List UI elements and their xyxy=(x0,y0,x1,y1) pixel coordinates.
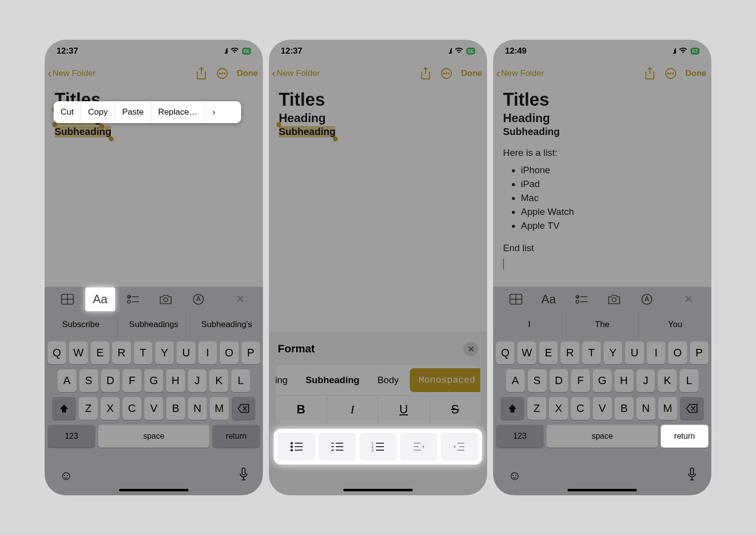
dashed-list-icon[interactable] xyxy=(318,433,356,461)
back-button[interactable]: ‹ New Folder xyxy=(271,67,320,80)
done-button[interactable]: Done xyxy=(237,68,258,78)
key-h[interactable]: H xyxy=(166,369,185,392)
suggestion-2[interactable]: Subheadings xyxy=(118,312,190,337)
suggestion-1[interactable]: I xyxy=(493,312,566,337)
key-n[interactable]: N xyxy=(636,397,655,420)
key-i[interactable]: I xyxy=(647,341,665,364)
style-heading-partial[interactable]: ding xyxy=(276,365,297,395)
share-icon[interactable] xyxy=(195,67,207,79)
suggestion-3[interactable]: Subheading's xyxy=(190,312,263,337)
table-icon[interactable] xyxy=(59,290,76,308)
key-x[interactable]: X xyxy=(549,397,568,420)
key-q[interactable]: Q xyxy=(48,341,66,364)
key-g[interactable]: G xyxy=(144,369,163,392)
suggestion-3[interactable]: You xyxy=(639,312,711,337)
shift-key[interactable] xyxy=(52,397,76,420)
key-u[interactable]: U xyxy=(625,341,643,364)
key-y[interactable]: Y xyxy=(155,341,174,364)
key-e[interactable]: E xyxy=(539,341,558,364)
note-content[interactable]: Titles Heading Subheading xyxy=(269,84,487,142)
key-l[interactable]: L xyxy=(680,369,698,392)
shift-key[interactable] xyxy=(501,397,524,420)
key-r[interactable]: R xyxy=(112,341,130,364)
key-k[interactable]: K xyxy=(209,369,228,392)
markup-icon[interactable] xyxy=(189,290,207,308)
key-v[interactable]: V xyxy=(593,397,612,420)
dictation-icon[interactable] xyxy=(239,468,248,484)
key-s[interactable]: S xyxy=(528,369,547,392)
key-b[interactable]: B xyxy=(166,397,185,420)
done-button[interactable]: Done xyxy=(461,68,483,78)
key-d[interactable]: D xyxy=(550,369,568,392)
style-monospaced[interactable]: Monospaced xyxy=(410,368,480,392)
italic-button[interactable]: I xyxy=(327,396,378,423)
home-indicator[interactable] xyxy=(343,489,413,491)
key-o[interactable]: O xyxy=(668,341,687,364)
return-key[interactable]: return xyxy=(212,425,260,448)
key-p[interactable]: P xyxy=(242,341,260,364)
numbers-key[interactable]: 123 xyxy=(48,425,95,448)
more-icon[interactable] xyxy=(441,67,452,79)
underline-button[interactable]: U xyxy=(378,396,429,423)
back-button[interactable]: ‹ New Folder xyxy=(47,67,96,80)
note-content[interactable]: Titles Heading Subheading Here is a list… xyxy=(493,84,711,274)
numbers-key[interactable]: 123 xyxy=(496,425,544,448)
more-arrow-icon[interactable]: › xyxy=(205,101,223,123)
close-toolbar-icon[interactable]: ✕ xyxy=(680,290,697,308)
done-button[interactable]: Done xyxy=(686,68,707,78)
space-key[interactable]: space xyxy=(547,425,658,448)
close-toolbar-icon[interactable]: ✕ xyxy=(231,290,249,308)
space-key[interactable]: space xyxy=(98,425,209,448)
key-d[interactable]: D xyxy=(101,369,120,392)
bold-button[interactable]: B xyxy=(276,396,326,423)
home-indicator[interactable] xyxy=(567,489,637,491)
key-n[interactable]: N xyxy=(188,397,207,420)
cut-menu-item[interactable]: Cut xyxy=(54,101,81,123)
numbered-list-icon[interactable]: 123 xyxy=(359,433,397,461)
key-v[interactable]: V xyxy=(144,397,163,420)
key-q[interactable]: Q xyxy=(496,341,514,364)
more-icon[interactable] xyxy=(216,67,228,79)
return-key[interactable]: return xyxy=(661,425,708,448)
share-icon[interactable] xyxy=(644,67,656,79)
key-h[interactable]: H xyxy=(615,369,633,392)
key-a[interactable]: A xyxy=(58,369,76,392)
home-indicator[interactable] xyxy=(119,489,189,491)
close-icon[interactable]: ✕ xyxy=(463,341,478,356)
key-w[interactable]: W xyxy=(517,341,536,364)
format-aa-button[interactable]: Aa xyxy=(91,290,109,308)
key-o[interactable]: O xyxy=(220,341,238,364)
more-icon[interactable] xyxy=(665,67,677,79)
key-x[interactable]: X xyxy=(101,397,120,420)
key-m[interactable]: M xyxy=(210,397,229,420)
key-y[interactable]: Y xyxy=(604,341,622,364)
key-a[interactable]: A xyxy=(506,369,525,392)
key-i[interactable]: I xyxy=(198,341,217,364)
bulleted-list-icon[interactable] xyxy=(278,433,315,461)
emoji-icon[interactable]: ☺ xyxy=(60,468,73,483)
key-f[interactable]: F xyxy=(123,369,141,392)
key-t[interactable]: T xyxy=(134,341,152,364)
key-p[interactable]: P xyxy=(690,341,708,364)
table-icon[interactable] xyxy=(507,290,525,308)
markup-icon[interactable] xyxy=(638,290,656,308)
camera-icon[interactable] xyxy=(157,290,175,308)
key-t[interactable]: T xyxy=(582,341,601,364)
text-style-strip[interactable]: ding Subheading Body Monospaced xyxy=(276,365,480,395)
key-w[interactable]: W xyxy=(69,341,87,364)
backspace-key[interactable] xyxy=(232,397,255,420)
suggestion-1[interactable]: Subscribe xyxy=(45,312,118,337)
replace-menu-item[interactable]: Replace… xyxy=(151,101,205,123)
checklist-icon[interactable] xyxy=(572,290,590,308)
key-u[interactable]: U xyxy=(177,341,195,364)
share-icon[interactable] xyxy=(420,67,432,79)
dictation-icon[interactable] xyxy=(688,468,696,484)
strike-button[interactable]: S xyxy=(430,396,481,423)
key-j[interactable]: J xyxy=(636,369,655,392)
back-button[interactable]: ‹ New Folder xyxy=(495,67,544,80)
key-c[interactable]: C xyxy=(571,397,590,420)
key-s[interactable]: S xyxy=(79,369,98,392)
style-subheading[interactable]: Subheading xyxy=(297,365,369,395)
key-e[interactable]: E xyxy=(91,341,109,364)
backspace-key[interactable] xyxy=(680,397,704,420)
